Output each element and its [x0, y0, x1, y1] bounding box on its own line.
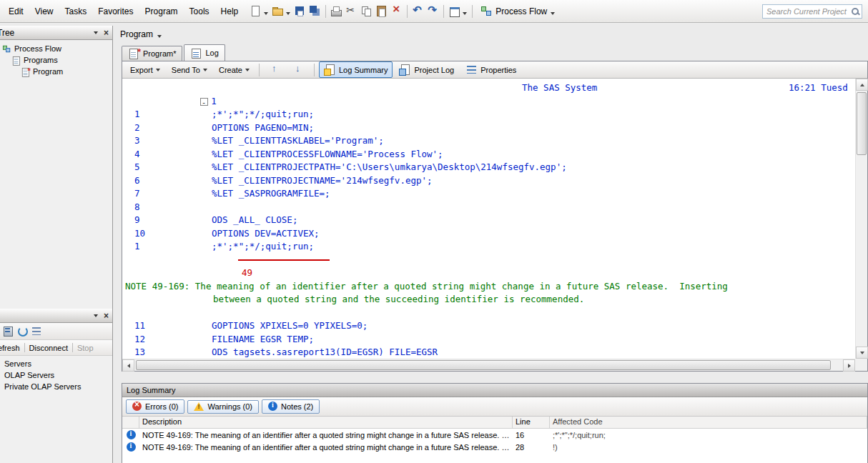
print-icon[interactable] [330, 5, 342, 17]
tree-item-program[interactable]: Program [0, 66, 112, 77]
tab-log[interactable]: Log [184, 44, 225, 61]
log-line-number: 5 [124, 161, 212, 174]
separator [259, 64, 260, 76]
log-viewer[interactable]: 1 The SAS System 16:21 Tuesd 1;*';*";*/;… [122, 79, 867, 371]
redo-icon[interactable] [427, 5, 439, 17]
export-button[interactable]: Export [125, 64, 165, 76]
menu-item[interactable]: Edit [3, 4, 29, 19]
undo-icon[interactable] [412, 5, 424, 17]
errors-filter-button[interactable]: Errors (0) [126, 399, 184, 414]
horizontal-scroll-thumb[interactable] [136, 360, 831, 370]
log-line: 8 [124, 201, 855, 214]
server-list-item-private-olap-servers[interactable]: Private OLAP Servers [0, 381, 112, 392]
open-project-icon[interactable] [272, 5, 284, 17]
warnings-filter-button[interactable]: Warnings (0) [187, 400, 259, 414]
save-all-icon[interactable] [309, 5, 321, 17]
caret-icon[interactable] [462, 11, 468, 16]
previous-button[interactable] [264, 61, 286, 78]
search-input[interactable] [762, 4, 862, 19]
delete-icon[interactable] [390, 5, 403, 17]
copy-icon[interactable] [360, 5, 373, 17]
log-line-number: 8 [124, 201, 212, 214]
server-list: Servers OLAP Servers Private OLAP Server… [0, 356, 112, 392]
log-icon [190, 47, 202, 59]
cut-icon[interactable] [345, 5, 357, 17]
scroll-left-button[interactable] [122, 359, 134, 372]
server-list-item-servers[interactable]: Servers [0, 358, 112, 369]
vertical-scrollbar[interactable] [855, 79, 867, 359]
menu-item[interactable]: Tools [184, 4, 215, 19]
scrollbar-corner [855, 359, 867, 371]
refresh-button[interactable]: Refresh [0, 342, 24, 354]
application-window: EditViewTasksFavoritesProgramToolsHelp P… [0, 0, 868, 463]
log-line-number: 6 [124, 174, 212, 188]
error-underline [238, 259, 330, 261]
panel-menu-icon[interactable] [94, 314, 98, 317]
notes-filter-button[interactable]: Notes (2) [262, 399, 320, 414]
properties-button[interactable]: Properties [460, 61, 521, 78]
refresh-view-icon[interactable] [16, 325, 29, 337]
server-list-item-olap-servers[interactable]: OLAP Servers [0, 369, 112, 381]
main-toolbar [248, 5, 475, 18]
log-line-code: %LET _SASPROGRAMFILE=; [212, 188, 330, 199]
log-line-number: 13 [124, 346, 212, 359]
error-icon [132, 402, 142, 411]
save-icon[interactable] [294, 5, 306, 17]
log-line: 4%LET _CLIENTPROCESSFLOWNAME='Process Fl… [124, 148, 855, 161]
close-icon[interactable]: × [104, 29, 109, 36]
tree-item-process-flow[interactable]: Process Flow [0, 43, 112, 54]
collapse-icon[interactable] [200, 98, 208, 106]
new-window-icon[interactable] [448, 5, 460, 17]
scroll-right-button[interactable] [843, 359, 855, 372]
log-note-row[interactable]: NOTE 49-169: The meaning of an identifie… [122, 429, 867, 441]
next-button[interactable] [287, 61, 310, 78]
caret-icon[interactable] [263, 11, 269, 16]
grid-header-affected-code[interactable]: Affected Code [550, 417, 867, 428]
grid-header-description[interactable]: Description [139, 417, 513, 428]
search-icon[interactable] [849, 6, 861, 17]
server-list-icon[interactable] [2, 325, 14, 337]
log-page-timestamp: 16:21 Tuesd [789, 81, 848, 95]
chevron-down-icon [156, 69, 160, 71]
create-button[interactable]: Create [214, 64, 255, 76]
note-description: NOTE 49-169: The meaning of an identifie… [139, 431, 513, 439]
process-flow-button[interactable]: Process Flow [477, 4, 561, 19]
details-view-icon[interactable] [31, 325, 43, 337]
caret-icon[interactable] [285, 11, 291, 16]
menu-item[interactable]: Help [215, 4, 245, 19]
log-line: 12FILENAME EGSR TEMP; [124, 333, 855, 347]
log-line-code: %LET _CLIENTPROJECTNAME='214wfsegfv.egp'… [212, 175, 433, 186]
disconnect-button[interactable]: Disconnect [25, 342, 72, 354]
scroll-down-button[interactable] [856, 347, 868, 359]
note-line-number: 16 [513, 431, 550, 439]
grid-header-line[interactable]: Line [513, 417, 550, 428]
server-panel-toolbar [0, 323, 112, 340]
menu-item[interactable]: View [29, 4, 59, 19]
horizontal-scrollbar[interactable] [122, 359, 855, 371]
paste-icon[interactable] [375, 5, 388, 17]
menu-item[interactable]: Tasks [59, 4, 92, 19]
panel-menu-icon[interactable] [94, 31, 98, 34]
tree-item-programs[interactable]: Programs [0, 54, 112, 66]
scroll-up-button[interactable] [856, 79, 868, 91]
send-to-button[interactable]: Send To [167, 64, 212, 76]
new-document-icon[interactable] [250, 5, 262, 17]
log-line-code: ODS _ALL_ CLOSE; [212, 214, 297, 225]
vertical-scroll-thumb[interactable] [857, 92, 867, 155]
panel-splitter[interactable] [113, 372, 868, 383]
log-toolbar: Export Send To Create Log Summary [122, 61, 867, 79]
grid-header-icon [122, 417, 139, 428]
log-line: 1;*';*";*/;quit;run; [124, 240, 855, 254]
close-icon[interactable]: × [104, 312, 109, 319]
separator-icon [325, 5, 326, 18]
log-note-row[interactable]: NOTE 49-169: The meaning of an identifie… [122, 441, 867, 453]
stop-button[interactable]: Stop [73, 342, 98, 354]
note-affected-code: !) [550, 443, 867, 452]
menu-item[interactable]: Favorites [92, 4, 139, 19]
info-icon [127, 430, 136, 439]
tab-program[interactable]: Program* [122, 46, 182, 61]
project-log-button[interactable]: Project Log [394, 61, 459, 78]
menu-item[interactable]: Program [139, 4, 184, 19]
log-summary-toggle-button[interactable]: Log Summary [319, 61, 393, 78]
workspace-selector[interactable]: Program [113, 26, 868, 43]
